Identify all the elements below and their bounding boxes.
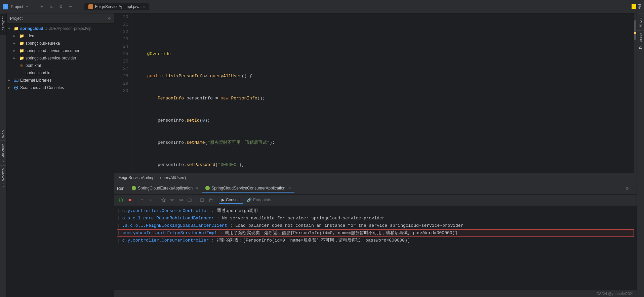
run-tab-consumer-icon: 🟢 (205, 186, 210, 190)
gear-icon[interactable]: ⚙ (108, 16, 111, 21)
endpoints-icon: 🔗 (247, 198, 252, 202)
tree-label-ext-lib: External Libraries (20, 78, 51, 83)
run-panel-toolbar: ■ ↑ ↓ (114, 195, 637, 206)
run-tab-consumer-label: SpringCloudServiceConsumerApplication (211, 186, 285, 190)
class-label-3: .s.c.o.l.FeignBlockingLoadBalancerClient (122, 222, 227, 229)
expand-arrow: ▶ (13, 49, 19, 53)
trash-button[interactable] (207, 196, 215, 204)
tree-item-springcloud[interactable]: ▼ 📁 springcloud D:\IDEA\person-project\s… (7, 25, 114, 32)
editor-scrollbar[interactable] (634, 13, 637, 173)
sub-tabs: ▶ Console 🔗 Endpoints (219, 197, 274, 204)
project-tab[interactable]: 1: Project (0, 13, 6, 35)
tree-label-provider: springcloud-service-provider (26, 56, 76, 60)
console-output: | c.y.controller.ConsumerController : 通过… (114, 206, 637, 290)
expand-arrow: ▶ (13, 34, 19, 38)
sub-tab-console[interactable]: ▶ Console (219, 197, 243, 204)
rerun-button[interactable] (117, 196, 125, 204)
project-panel: Project ⚙ ▼ 📁 springcloud D:\IDEA\person… (7, 13, 114, 297)
structure-tab[interactable]: 2: Structure (0, 141, 6, 165)
run-tab-consumer-close[interactable]: ✕ (288, 186, 291, 190)
run-toolbar-buttons: ■ ↑ ↓ (117, 196, 215, 204)
stop-button[interactable]: ■ (126, 196, 134, 204)
console-line-5: | c.y.controller.ConsumerController : 得到… (117, 237, 634, 244)
pin-button[interactable] (159, 196, 167, 204)
console-line-4: | com.yuhuofei.api.FeignServiceApiImpl :… (117, 229, 634, 237)
ln-28: 28 (117, 73, 128, 80)
svg-point-6 (15, 87, 17, 88)
code-line-22: public List<PersonInfo> queryAllUser() { (137, 73, 634, 80)
run-panel-header: Run: 🟢 SpringCloudEurekaApplication ✕ 🟢 … (114, 182, 637, 195)
code-lines[interactable]: @Override public List<PersonInfo> queryA… (131, 13, 634, 173)
bookmark-button[interactable] (198, 196, 206, 204)
sub-tab-endpoints[interactable]: 🔗 Endpoints (244, 197, 274, 204)
ln-24: 24 (117, 43, 128, 50)
run-minimize-icon[interactable]: − (631, 186, 634, 191)
run-tab-eureka-icon: 🟢 (131, 186, 136, 190)
svg-rect-15 (209, 199, 212, 202)
project-tree: ▼ 📁 springcloud D:\IDEA\person-project\s… (7, 24, 114, 297)
title-bar: P Project ▼ + ⇅ ⚙ − FeignServiceApiImpl.… (0, 0, 644, 13)
filter-button[interactable] (168, 196, 176, 204)
folder-icon-consumer: 📁 (19, 48, 24, 53)
tab-close-button[interactable]: ✕ (143, 5, 145, 9)
tree-label-iml: springcloud.iml (26, 71, 52, 75)
toolbar-sep-1 (136, 197, 136, 204)
code-line-23: PersonInfo personInfo = new PersonInfo()… (137, 95, 634, 102)
file-tab[interactable]: FeignServiceApiImpl.java ✕ (84, 3, 149, 10)
maven-tab[interactable]: Maven (638, 13, 644, 30)
tree-label-eureka: springcloud-eureka (26, 41, 60, 46)
settings-icon[interactable]: ⚙ (59, 4, 62, 9)
ant-label: Ant (638, 4, 641, 9)
run-tab-eureka-label: SpringCloudEurekaApplication (138, 186, 193, 190)
project-label[interactable]: Project (11, 4, 23, 9)
ln-26: 26 (117, 58, 128, 65)
clear-button[interactable] (186, 196, 194, 204)
breadcrumb-method: queryAllUser() (160, 175, 186, 180)
run-tab-consumer[interactable]: 🟢 SpringCloudServiceConsumerApplication … (202, 184, 294, 193)
console-tab-label: Console (226, 198, 241, 202)
lib-icon (13, 78, 19, 83)
console-text-3: Load balancer does not contain an instan… (235, 222, 464, 229)
tree-item-scratches[interactable]: ▶ Scratches and Consoles (7, 84, 114, 91)
class-label-4: com.yuhuofei.api.FeignServiceApiImpl (123, 229, 217, 237)
run-settings-icon[interactable]: ⚙ (626, 185, 629, 191)
left-side-panel-tabs: Web 2: Structure 2: Favorites (0, 128, 6, 190)
toolbar-sep-3 (196, 197, 196, 204)
database-tab[interactable]: Database (638, 31, 644, 52)
minimize-icon[interactable]: − (69, 4, 72, 9)
class-label-1: c.y.controller.ConsumerController (122, 207, 209, 215)
code-line-20 (137, 28, 634, 36)
sync-icon[interactable]: ⇅ (50, 4, 52, 9)
tree-label-pom: pom.xml (26, 63, 41, 68)
tree-item-ext-lib[interactable]: ▶ External Libraries (7, 77, 114, 84)
tree-item-pom[interactable]: ▶ m pom.xml (7, 62, 114, 69)
code-line-26: personInfo.setPassWord("000000"); (137, 161, 634, 169)
ln-30: 30 (117, 87, 128, 95)
console-text-2: No servers available for service: spring… (222, 215, 385, 222)
ln-21: 21 (117, 21, 128, 28)
tree-item-eureka[interactable]: ▶ 📁 springcloud-eureka (7, 40, 114, 47)
ln-20: 20 (117, 13, 128, 21)
code-content: 20 21 ↑22 23 24 25 26 27 28 29 30 @Overr… (114, 13, 637, 173)
tree-item-iml[interactable]: ▶ _ springcloud.iml (7, 69, 114, 77)
wrap-button[interactable] (177, 196, 185, 204)
run-tab-eureka[interactable]: 🟢 SpringCloudEurekaApplication ✕ (128, 184, 202, 193)
class-label-2: o.s.c.l.core.RoundRobinLoadBalancer (122, 215, 214, 222)
status-bar-text: CSDN @yuhuofei2021 (597, 292, 634, 296)
scroll-down-button[interactable]: ↓ (147, 196, 155, 204)
web-tab[interactable]: Web (0, 128, 6, 140)
favorites-tab[interactable]: 2: Favorites (0, 166, 6, 190)
run-tab-eureka-close[interactable]: ✕ (195, 186, 198, 190)
ln-29: 29 (117, 80, 128, 87)
scrollbar-indicator (634, 32, 636, 34)
scroll-up-button[interactable]: ↑ (138, 196, 146, 204)
tree-path-springcloud: D:\IDEA\person-project\sp (45, 26, 91, 31)
folder-icon-idea: 📁 (19, 33, 24, 39)
tree-item-provider[interactable]: ▶ 📁 springcloud-service-provider (7, 54, 114, 62)
svg-text:P: P (5, 5, 6, 8)
tree-label-springcloud: springcloud (20, 26, 43, 31)
tree-item-consumer[interactable]: ▶ 📁 springcloud-service-consumer (7, 47, 114, 54)
main-layout: 1: Project Project ⚙ ▼ 📁 springcloud D:\… (0, 13, 644, 297)
tree-item-idea[interactable]: ▶ 📁 .idea (7, 32, 114, 40)
add-icon[interactable]: + (40, 4, 43, 9)
